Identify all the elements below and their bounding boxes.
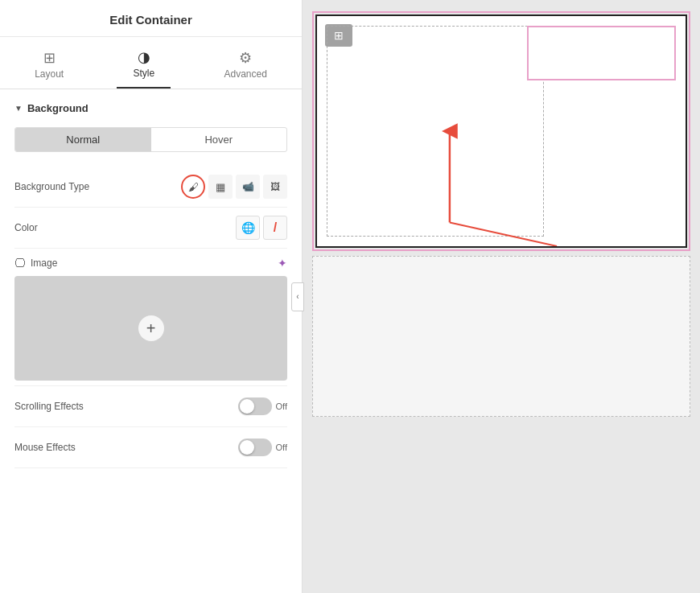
image-upload-area[interactable]: + (14, 276, 287, 381)
tabs-bar: ⊞ Layout ◑ Style ⚙ Advanced (0, 37, 302, 89)
image-row: 🖵 Image ✦ + (14, 249, 287, 386)
tab-advanced-label: Advanced (224, 68, 266, 80)
mouse-effects-switch[interactable]: Off (238, 439, 287, 456)
image-monitor-icon: 🖵 (14, 257, 26, 270)
mouse-effects-row: Mouse Effects Off (14, 427, 287, 468)
bg-type-video-btn[interactable]: 📹 (236, 175, 260, 199)
panel-title: Edit Container (0, 0, 302, 37)
toggle-normal[interactable]: Normal (15, 128, 151, 151)
advanced-icon: ⚙ (239, 51, 252, 65)
left-panel: Edit Container ⊞ Layout ◑ Style ⚙ Advanc… (0, 0, 303, 593)
toggle-hover[interactable]: Hover (151, 128, 287, 151)
image-icon: 🖼 (270, 181, 280, 192)
paint-icon: 🖌 (188, 181, 199, 193)
mouse-effects-label: Mouse Effects (14, 442, 76, 453)
mouse-switch-track[interactable] (238, 439, 272, 456)
collapse-icon: ‹ (296, 292, 299, 301)
image-label: 🖵 Image (14, 257, 57, 270)
scrolling-effects-switch[interactable]: Off (238, 397, 287, 415)
tab-layout[interactable]: ⊞ Layout (19, 46, 80, 88)
scrolling-switch-label: Off (276, 402, 287, 411)
section-background-title: ▼ Background (14, 102, 287, 114)
mouse-switch-label: Off (276, 443, 287, 452)
bg-type-gradient-btn[interactable]: ▦ (208, 175, 233, 199)
globe-icon: 🌐 (241, 221, 255, 234)
video-icon: 📹 (242, 181, 254, 192)
pink-inner-box (527, 26, 676, 80)
section-arrow-icon: ▼ (14, 104, 23, 113)
style-icon: ◑ (138, 50, 150, 64)
color-row: Color 🌐 / (14, 208, 287, 249)
tab-style[interactable]: ◑ Style (117, 45, 171, 89)
canvas-top-box: ⊞ (315, 14, 687, 248)
color-label: Color (14, 222, 38, 233)
slash-icon: / (274, 220, 277, 235)
scrolling-switch-track[interactable] (238, 397, 272, 415)
bg-type-image-btn[interactable]: 🖼 (263, 175, 287, 199)
canvas-outer-wrapper: ⊞ (312, 11, 690, 251)
collapse-panel-btn[interactable]: ‹ (291, 282, 304, 311)
image-label-row: 🖵 Image ✦ (14, 257, 287, 270)
upload-plus-icon: + (138, 315, 164, 341)
panel-content: ▼ Background Normal Hover Background Typ… (0, 89, 302, 593)
background-type-label: Background Type (14, 181, 89, 192)
mouse-switch-thumb (240, 440, 254, 455)
tab-style-label: Style (133, 68, 154, 79)
right-panel: ‹ ⊞ (303, 0, 700, 593)
color-globe-btn[interactable]: 🌐 (236, 216, 260, 240)
canvas-bottom-box (312, 256, 690, 417)
image-label-text: Image (31, 257, 57, 269)
inner-dashed-box (327, 26, 544, 237)
scrolling-effects-row: Scrolling Effects Off (14, 386, 287, 427)
scrolling-switch-thumb (240, 399, 254, 414)
normal-hover-toggle: Normal Hover (14, 127, 287, 152)
gradient-icon: ▦ (216, 181, 225, 193)
tab-advanced[interactable]: ⚙ Advanced (208, 46, 282, 88)
background-type-controls: 🖌 ▦ 📹 🖼 (181, 175, 287, 199)
section-background-label: Background (27, 102, 89, 114)
layout-icon: ⊞ (43, 51, 56, 65)
ai-sparkle-icon[interactable]: ✦ (278, 257, 287, 270)
tab-layout-label: Layout (35, 68, 64, 80)
background-type-row: Background Type 🖌 ▦ 📹 🖼 (14, 167, 287, 208)
color-slash-btn[interactable]: / (263, 216, 287, 240)
color-controls: 🌐 / (236, 216, 287, 240)
bg-type-paint-btn[interactable]: 🖌 (181, 175, 205, 199)
scrolling-effects-label: Scrolling Effects (14, 401, 84, 412)
